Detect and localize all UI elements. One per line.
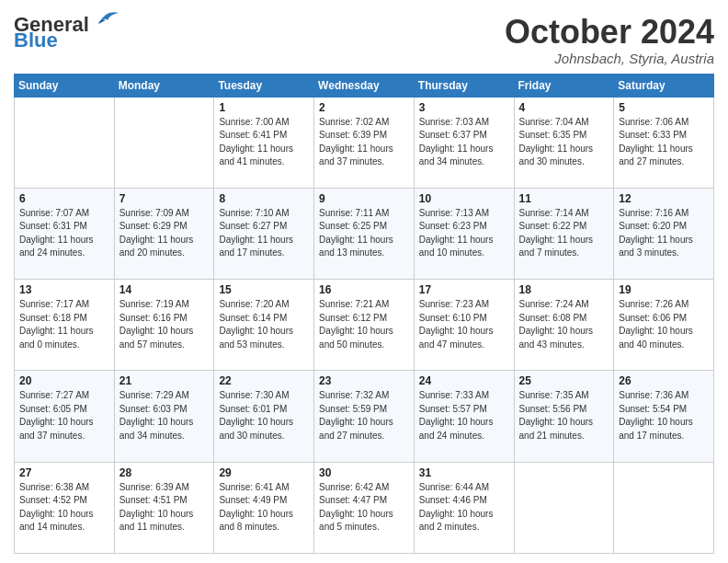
calendar-cell: 6Sunrise: 7:07 AMSunset: 6:31 PMDaylight… <box>15 188 115 279</box>
day-info: Sunrise: 6:39 AMSunset: 4:51 PMDaylight:… <box>119 481 210 534</box>
day-number: 5 <box>619 101 709 114</box>
day-info: Sunrise: 7:11 AMSunset: 6:25 PMDaylight:… <box>319 207 409 260</box>
day-info: Sunrise: 7:21 AMSunset: 6:12 PMDaylight:… <box>319 298 409 351</box>
day-number: 16 <box>319 283 409 296</box>
calendar-cell: 10Sunrise: 7:13 AMSunset: 6:23 PMDayligh… <box>414 188 514 279</box>
calendar-week-4: 20Sunrise: 7:27 AMSunset: 6:05 PMDayligh… <box>15 371 714 462</box>
day-number: 17 <box>419 283 509 296</box>
day-number: 19 <box>619 283 709 296</box>
day-number: 14 <box>119 283 210 296</box>
calendar-weekday-tuesday: Tuesday <box>214 74 314 97</box>
calendar-cell: 27Sunrise: 6:38 AMSunset: 4:52 PMDayligh… <box>15 462 115 553</box>
day-number: 9 <box>319 192 409 205</box>
calendar-cell: 8Sunrise: 7:10 AMSunset: 6:27 PMDaylight… <box>214 188 314 279</box>
day-number: 29 <box>219 466 309 479</box>
day-info: Sunrise: 7:13 AMSunset: 6:23 PMDaylight:… <box>419 207 509 260</box>
day-info: Sunrise: 7:29 AMSunset: 6:03 PMDaylight:… <box>119 389 210 442</box>
day-number: 21 <box>119 374 210 387</box>
day-info: Sunrise: 7:32 AMSunset: 5:59 PMDaylight:… <box>319 389 409 442</box>
calendar-cell: 26Sunrise: 7:36 AMSunset: 5:54 PMDayligh… <box>614 371 714 462</box>
calendar-cell: 15Sunrise: 7:20 AMSunset: 6:14 PMDayligh… <box>214 280 314 371</box>
logo-blue: Blue <box>14 29 58 52</box>
day-info: Sunrise: 7:09 AMSunset: 6:29 PMDaylight:… <box>119 207 210 260</box>
calendar-cell <box>15 97 115 188</box>
calendar-week-2: 6Sunrise: 7:07 AMSunset: 6:31 PMDaylight… <box>15 188 714 279</box>
calendar-weekday-saturday: Saturday <box>614 74 714 97</box>
day-number: 26 <box>619 374 709 387</box>
calendar-weekday-sunday: Sunday <box>15 74 115 97</box>
calendar-week-3: 13Sunrise: 7:17 AMSunset: 6:18 PMDayligh… <box>15 280 714 371</box>
day-info: Sunrise: 6:44 AMSunset: 4:46 PMDaylight:… <box>419 481 509 534</box>
calendar-cell: 2Sunrise: 7:02 AMSunset: 6:39 PMDaylight… <box>314 97 415 188</box>
day-info: Sunrise: 7:10 AMSunset: 6:27 PMDaylight:… <box>219 207 309 260</box>
calendar-cell <box>514 462 614 553</box>
header: General Blue October 2024 Johnsbach, Sty… <box>14 14 714 66</box>
day-number: 7 <box>119 192 210 205</box>
day-info: Sunrise: 7:17 AMSunset: 6:18 PMDaylight:… <box>19 298 109 351</box>
calendar-weekday-wednesday: Wednesday <box>314 74 415 97</box>
calendar-cell: 28Sunrise: 6:39 AMSunset: 4:51 PMDayligh… <box>114 462 214 553</box>
day-number: 27 <box>19 466 109 479</box>
day-info: Sunrise: 6:38 AMSunset: 4:52 PMDaylight:… <box>19 481 109 534</box>
day-info: Sunrise: 7:26 AMSunset: 6:06 PMDaylight:… <box>619 298 709 351</box>
day-info: Sunrise: 7:07 AMSunset: 6:31 PMDaylight:… <box>19 207 109 260</box>
calendar-weekday-thursday: Thursday <box>414 74 514 97</box>
day-info: Sunrise: 6:42 AMSunset: 4:47 PMDaylight:… <box>319 481 409 534</box>
day-info: Sunrise: 7:16 AMSunset: 6:20 PMDaylight:… <box>619 207 709 260</box>
calendar-cell: 13Sunrise: 7:17 AMSunset: 6:18 PMDayligh… <box>15 280 115 371</box>
day-info: Sunrise: 7:19 AMSunset: 6:16 PMDaylight:… <box>119 298 210 351</box>
calendar-cell <box>114 97 214 188</box>
day-number: 31 <box>419 466 509 479</box>
calendar-cell: 5Sunrise: 7:06 AMSunset: 6:33 PMDaylight… <box>614 97 714 188</box>
day-info: Sunrise: 7:24 AMSunset: 6:08 PMDaylight:… <box>519 298 609 351</box>
calendar-cell: 30Sunrise: 6:42 AMSunset: 4:47 PMDayligh… <box>314 462 415 553</box>
calendar-cell: 20Sunrise: 7:27 AMSunset: 6:05 PMDayligh… <box>15 371 115 462</box>
day-info: Sunrise: 7:03 AMSunset: 6:37 PMDaylight:… <box>419 116 509 169</box>
day-number: 4 <box>519 101 609 114</box>
day-number: 24 <box>419 374 509 387</box>
title-month: October 2024 <box>505 14 714 51</box>
day-info: Sunrise: 7:14 AMSunset: 6:22 PMDaylight:… <box>519 207 609 260</box>
day-info: Sunrise: 7:23 AMSunset: 6:10 PMDaylight:… <box>419 298 509 351</box>
day-info: Sunrise: 7:00 AMSunset: 6:41 PMDaylight:… <box>219 116 309 169</box>
calendar-cell: 22Sunrise: 7:30 AMSunset: 6:01 PMDayligh… <box>214 371 314 462</box>
day-info: Sunrise: 7:33 AMSunset: 5:57 PMDaylight:… <box>419 389 509 442</box>
day-number: 8 <box>219 192 309 205</box>
day-number: 20 <box>19 374 109 387</box>
day-number: 28 <box>119 466 210 479</box>
logo-bird-icon <box>91 7 120 29</box>
calendar-cell: 1Sunrise: 7:00 AMSunset: 6:41 PMDaylight… <box>214 97 314 188</box>
calendar-cell: 12Sunrise: 7:16 AMSunset: 6:20 PMDayligh… <box>614 188 714 279</box>
day-number: 11 <box>519 192 609 205</box>
calendar-cell: 23Sunrise: 7:32 AMSunset: 5:59 PMDayligh… <box>314 371 415 462</box>
day-number: 3 <box>419 101 509 114</box>
day-number: 15 <box>219 283 309 296</box>
calendar-cell: 11Sunrise: 7:14 AMSunset: 6:22 PMDayligh… <box>514 188 614 279</box>
day-number: 22 <box>219 374 309 387</box>
day-info: Sunrise: 7:35 AMSunset: 5:56 PMDaylight:… <box>519 389 609 442</box>
day-info: Sunrise: 7:36 AMSunset: 5:54 PMDaylight:… <box>619 389 709 442</box>
day-info: Sunrise: 7:04 AMSunset: 6:35 PMDaylight:… <box>519 116 609 169</box>
day-info: Sunrise: 7:27 AMSunset: 6:05 PMDaylight:… <box>19 389 109 442</box>
calendar-cell: 4Sunrise: 7:04 AMSunset: 6:35 PMDaylight… <box>514 97 614 188</box>
calendar-cell: 25Sunrise: 7:35 AMSunset: 5:56 PMDayligh… <box>514 371 614 462</box>
calendar-week-1: 1Sunrise: 7:00 AMSunset: 6:41 PMDaylight… <box>15 97 714 188</box>
calendar-cell: 24Sunrise: 7:33 AMSunset: 5:57 PMDayligh… <box>414 371 514 462</box>
calendar-cell: 9Sunrise: 7:11 AMSunset: 6:25 PMDaylight… <box>314 188 415 279</box>
day-number: 30 <box>319 466 409 479</box>
day-info: Sunrise: 7:20 AMSunset: 6:14 PMDaylight:… <box>219 298 309 351</box>
calendar-weekday-monday: Monday <box>114 74 214 97</box>
day-number: 23 <box>319 374 409 387</box>
calendar-cell: 14Sunrise: 7:19 AMSunset: 6:16 PMDayligh… <box>114 280 214 371</box>
day-info: Sunrise: 7:30 AMSunset: 6:01 PMDaylight:… <box>219 389 309 442</box>
calendar-cell: 7Sunrise: 7:09 AMSunset: 6:29 PMDaylight… <box>114 188 214 279</box>
logo: General Blue <box>14 14 120 52</box>
day-number: 1 <box>219 101 309 114</box>
calendar-cell: 17Sunrise: 7:23 AMSunset: 6:10 PMDayligh… <box>414 280 514 371</box>
calendar-cell: 21Sunrise: 7:29 AMSunset: 6:03 PMDayligh… <box>114 371 214 462</box>
calendar-cell: 16Sunrise: 7:21 AMSunset: 6:12 PMDayligh… <box>314 280 415 371</box>
day-number: 13 <box>19 283 109 296</box>
calendar-weekday-friday: Friday <box>514 74 614 97</box>
day-number: 10 <box>419 192 509 205</box>
day-number: 6 <box>19 192 109 205</box>
